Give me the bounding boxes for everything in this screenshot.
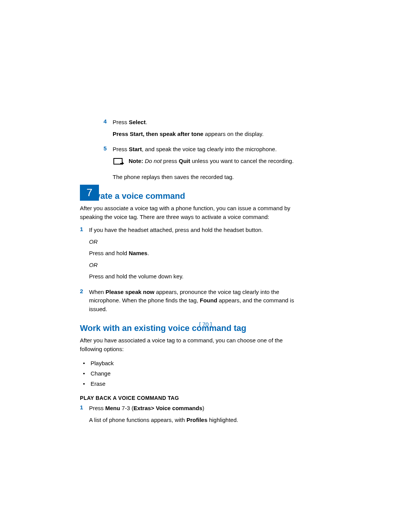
- bullet-marker: •: [83, 358, 91, 368]
- note-text: Note: Do not press Quit unless you want …: [129, 157, 304, 166]
- section1-intro: After you associate a voice tag with a p…: [80, 204, 304, 221]
- bullet-marker: •: [83, 379, 91, 389]
- bullet-marker: •: [83, 368, 91, 379]
- step-5: 5 Press Start, and speak the voice tag c…: [104, 145, 304, 184]
- bullet-item: • Erase: [83, 379, 304, 389]
- note-block: Note: Do not press Quit unless you want …: [113, 157, 304, 167]
- step-number: 1: [80, 404, 89, 427]
- step-number: 1: [80, 226, 89, 284]
- chapter-number-tab: 7: [80, 185, 99, 201]
- activate-s1-alt2: Press and hold the volume down key.: [89, 272, 304, 281]
- bullet-text: Erase: [91, 379, 105, 389]
- bullet-text: Playback: [91, 358, 114, 368]
- step-body: When Please speak now appears, pronounce…: [89, 288, 304, 317]
- activate-s1-alt1: Press and hold Names.: [89, 249, 304, 258]
- step-number: 5: [104, 145, 113, 184]
- section-heading-activate: Activate a voice command: [80, 191, 304, 201]
- activate-step-1: 1 If you have the headset attached, pres…: [80, 226, 304, 284]
- step-body: Press Menu 7-3 (Extras> Voice commands) …: [89, 404, 304, 427]
- or-separator: OR: [89, 238, 304, 246]
- step-number: 2: [80, 288, 89, 317]
- page-number: [ 70 ]: [199, 321, 212, 328]
- step-body: If you have the headset attached, press …: [89, 226, 304, 284]
- step-body: Press Select. Press Start, then speak af…: [113, 118, 304, 141]
- bullet-item: • Playback: [83, 358, 304, 368]
- note-icon: [113, 158, 126, 167]
- step-5-replay: The phone replays then saves the recorde…: [113, 173, 304, 182]
- activate-s2-text: When Please speak now appears, pronounce…: [89, 288, 304, 314]
- bullet-item: • Change: [83, 368, 304, 379]
- step-body: Press Start, and speak the voice tag cle…: [113, 145, 304, 184]
- playback-line2: A list of phone functions appears, with …: [89, 416, 304, 425]
- section2-intro: After you have associated a voice tag to…: [80, 336, 304, 353]
- document-page: 7 4 Press Select. Press Start, then spea…: [0, 0, 411, 454]
- activate-step-2: 2 When Please speak now appears, pronoun…: [80, 288, 304, 317]
- section-heading-work-with: Work with an existing voice command tag: [80, 323, 304, 333]
- step-4: 4 Press Select. Press Start, then speak …: [104, 118, 304, 141]
- step-4-line2: Press Start, then speak after tone appea…: [113, 130, 304, 139]
- or-separator: OR: [89, 261, 304, 270]
- playback-line1: Press Menu 7-3 (Extras> Voice commands): [89, 404, 304, 413]
- step-number: 4: [104, 118, 113, 141]
- activate-s1-text: If you have the headset attached, press …: [89, 226, 304, 235]
- step-5-line1: Press Start, and speak the voice tag cle…: [113, 145, 304, 154]
- step-4-line1: Press Select.: [113, 118, 304, 127]
- page-content: 4 Press Select. Press Start, then speak …: [104, 118, 304, 427]
- chapter-number: 7: [86, 187, 92, 199]
- bullet-text: Change: [91, 368, 111, 379]
- subheading-playback: PLAY BACK A VOICE COMMAND TAG: [80, 395, 304, 401]
- options-bullet-list: • Playback • Change • Erase: [83, 358, 304, 389]
- playback-step-1: 1 Press Menu 7-3 (Extras> Voice commands…: [80, 404, 304, 427]
